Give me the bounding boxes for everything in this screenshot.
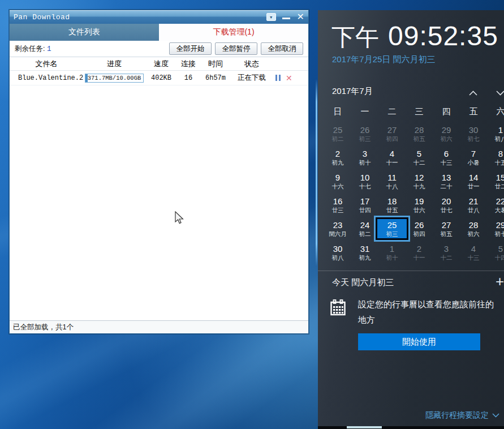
progress-text: 371.7MB/10.00GB	[85, 74, 143, 82]
calendar-day[interactable]: 3十二	[433, 241, 460, 264]
day-number: 31	[360, 244, 370, 254]
toolbar-button[interactable]: 全部开始	[169, 42, 212, 55]
close-icon[interactable]: ✕	[297, 13, 304, 21]
get-started-button[interactable]: 開始使用	[358, 333, 480, 350]
chevron-up-icon[interactable]	[466, 88, 480, 97]
calendar-grid: 25初二26初三27初四28初五29初六30初七1初八2初九3初十4十一5十二6…	[324, 122, 504, 264]
column-header[interactable]: 文件名	[10, 59, 83, 69]
calendar-day[interactable]: 27初五	[433, 217, 460, 241]
calendar-day[interactable]: 15廿二	[487, 169, 504, 193]
minimize-icon[interactable]	[282, 13, 291, 21]
month-year-label[interactable]: 2017年7月	[332, 86, 373, 97]
column-header[interactable]: 连接	[177, 59, 200, 69]
day-lunar-label: 十三	[468, 254, 480, 261]
wallpaper-light-edge	[316, 79, 317, 266]
column-header[interactable]: 进度	[83, 59, 145, 69]
titlebar[interactable]: Pan Download ▼ ✕	[10, 10, 308, 24]
calendar-day[interactable]: 7小暑	[460, 145, 487, 169]
calendar-day[interactable]: 1初八	[487, 122, 504, 145]
tab-download-manager[interactable]: 下载管理(1)	[159, 24, 308, 41]
clock-period: 下午	[331, 22, 379, 53]
calendar-day[interactable]: 20廿七	[433, 193, 460, 217]
calendar-day[interactable]: 25初二	[324, 122, 351, 145]
day-lunar-label: 初五	[413, 135, 425, 143]
calendar-day[interactable]: 31初九	[351, 241, 378, 264]
toolbar-buttons: 全部开始全部暂停全部取消	[169, 42, 303, 55]
calendar-day[interactable]: 29初六	[433, 122, 460, 145]
day-lunar-label: 初九	[332, 159, 344, 166]
chevron-down-icon[interactable]	[493, 88, 504, 97]
calendar-day[interactable]: 30初七	[460, 122, 487, 145]
column-header[interactable]: 速度	[145, 59, 177, 69]
calendar-day[interactable]: 28初五	[406, 122, 433, 145]
calendar-day[interactable]: 10十七	[351, 169, 378, 193]
calendar-day[interactable]: 23閏六月	[324, 217, 351, 241]
calendar-day[interactable]: 14廿一	[460, 169, 487, 193]
day-lunar-label: 十九	[413, 183, 425, 190]
calendar-day[interactable]: 18廿五	[378, 193, 406, 217]
calendar-day[interactable]: 4十一	[378, 145, 406, 169]
minimize-to-tray-icon[interactable]: ▼	[266, 13, 276, 21]
day-number: 13	[442, 173, 451, 183]
add-event-icon[interactable]: +	[496, 273, 504, 290]
calendar-day[interactable]: 26初三	[351, 122, 378, 145]
calendar-day[interactable]: 28初六	[460, 217, 487, 241]
calendar-day[interactable]: 5十二	[406, 145, 433, 169]
calendar-day[interactable]: 2十一	[406, 241, 433, 264]
cancel-icon[interactable]: ✕	[286, 74, 292, 82]
calendar-day[interactable]: 13二十	[433, 169, 460, 193]
calendar-day[interactable]: 11十八	[378, 169, 406, 193]
calendar-day[interactable]: 27初四	[378, 122, 406, 145]
day-lunar-label: 初四	[413, 230, 425, 238]
calendar-day[interactable]: 26初四	[406, 217, 433, 241]
day-lunar-label: 十二	[413, 159, 425, 166]
day-number: 2	[335, 149, 340, 159]
day-lunar-label: 廿七	[441, 207, 453, 214]
day-number: 30	[333, 244, 343, 254]
calendar-day[interactable]: 3初十	[351, 145, 378, 169]
calendar-day[interactable]: 6十三	[433, 145, 460, 169]
calendar-day[interactable]: 1初十	[378, 241, 406, 264]
table-row[interactable]: Blue.Valentine.2... 371.7MB/10.00GB 402K…	[10, 71, 308, 85]
calendar-day[interactable]: 16廿三	[324, 193, 351, 217]
toolbar: 剩余任务: 1 全部开始全部暂停全部取消	[10, 41, 308, 57]
day-lunar-label: 廿二	[495, 183, 504, 190]
day-lunar-label: 初七	[495, 230, 504, 238]
calendar-day[interactable]: 2初九	[324, 145, 351, 169]
window-title: Pan Download	[14, 13, 70, 22]
pause-icon[interactable]	[275, 75, 281, 81]
titlebar-buttons: ▼ ✕	[266, 13, 304, 21]
calendar-day[interactable]: 30初八	[324, 241, 351, 264]
calendar-day[interactable]: 29初七	[487, 217, 504, 241]
hide-agenda-link[interactable]: 隱藏行程摘要設定	[425, 410, 499, 421]
tab-file-list[interactable]: 文件列表	[10, 24, 159, 41]
calendar-day[interactable]: 9十六	[324, 169, 351, 193]
day-lunar-label: 初八	[332, 254, 344, 261]
calendar-day[interactable]: 19廿六	[406, 193, 433, 217]
day-number: 16	[333, 196, 343, 207]
calendar-day[interactable]: 17廿四	[351, 193, 378, 217]
day-lunar-label: 廿一	[468, 183, 480, 190]
calendar-day[interactable]: 4十三	[460, 241, 487, 264]
calendar-day[interactable]: 24初二	[351, 217, 378, 241]
toolbar-button[interactable]: 全部取消	[261, 42, 303, 55]
day-number: 2	[417, 244, 421, 254]
day-lunar-label: 廿六	[413, 207, 425, 214]
calendar-day[interactable]: 5十四	[487, 241, 504, 264]
day-lunar-label: 初六	[441, 135, 453, 143]
calendar-day[interactable]: 8十五	[487, 145, 504, 169]
date-link[interactable]: 2017年7月25日 閏六月初三	[332, 54, 436, 65]
calendar-day[interactable]: 21廿八	[460, 193, 487, 217]
taskbar-highlight	[347, 426, 382, 428]
calendar-day-selected[interactable]: 25初三	[378, 217, 406, 241]
calendar-day[interactable]: 12十九	[406, 169, 433, 193]
calendar-flyout: 下午 09:52:35 2017年7月25日 閏六月初三 2017年7月 日一二…	[318, 10, 504, 429]
column-header[interactable]: 状态	[231, 59, 272, 69]
status-value: 正在下载	[231, 73, 272, 83]
column-header[interactable]: 时间	[200, 59, 231, 69]
toolbar-button[interactable]: 全部暂停	[215, 42, 257, 55]
day-number: 4	[471, 244, 476, 254]
calendar-day[interactable]: 22大暑	[487, 193, 504, 217]
connections-value: 16	[177, 74, 200, 82]
day-number: 4	[390, 149, 394, 159]
